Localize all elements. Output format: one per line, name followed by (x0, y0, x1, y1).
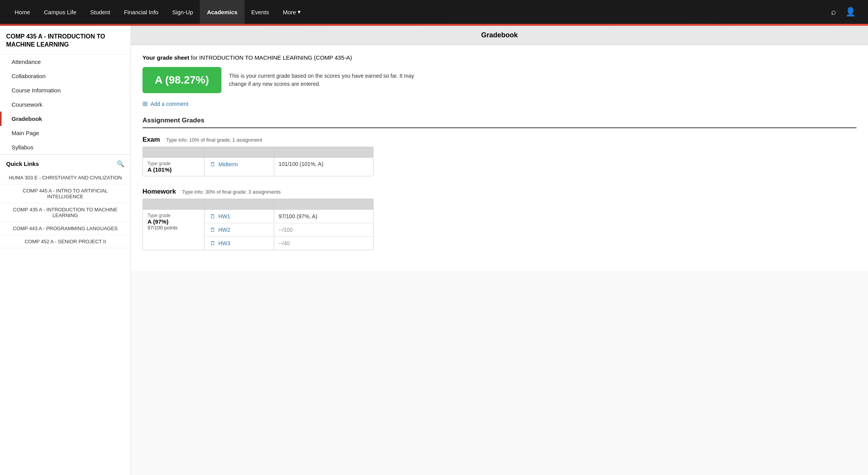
midterm-link[interactable]: 🗒 Midterm (209, 161, 269, 168)
hw-assignments-column: 🗒 HW1 97/100 (97%, A) (204, 210, 373, 250)
hw3-score-cell: --/40 (274, 237, 373, 250)
hw1-icon: 🗒 (209, 213, 216, 220)
quick-link-comp445[interactable]: COMP 445 A - INTRO TO ARTIFICIAL INTELLI… (0, 184, 131, 203)
assignment-grades-heading: Assignment Grades (142, 117, 856, 128)
grade-display-row: A (98.27%) This is your current grade ba… (142, 67, 856, 93)
hw3-label: HW3 (218, 240, 230, 246)
midterm-icon: 🗒 (209, 161, 216, 168)
exam-type-grade-cell: Type grade A (101%) (143, 158, 204, 176)
grade-sheet-prefix: Your grade sheet (142, 54, 189, 61)
page-layout: COMP 435 A - INTRODUCTION TO MACHINE LEA… (0, 26, 868, 475)
homework-section: Homework Type info: 30% of final grade; … (142, 188, 856, 250)
hw3-score: --/40 (279, 240, 290, 246)
sidebar-item-main-page[interactable]: Main Page (0, 126, 131, 140)
sidebar-item-coursework[interactable]: Coursework (0, 97, 131, 112)
midterm-score: 101/100 (101%, A) (279, 161, 323, 167)
quick-link-comp443[interactable]: COMP 443 A - PROGRAMMING LANGUAGES (0, 222, 131, 235)
top-navigation: Home Campus Life Student Financial Info … (0, 0, 868, 24)
exam-section: Exam Type info: 10% of final grade; 1 as… (142, 136, 856, 176)
exam-section-info: Type info: 10% of final grade; 1 assignm… (166, 137, 262, 143)
hw-type-grade-label: Type grade (147, 213, 199, 218)
exam-score-col-header (274, 147, 373, 158)
exam-data-row: Type grade A (101%) 🗒 Midterm 101/100 (1… (143, 158, 373, 176)
quick-link-huma303[interactable]: HUMA 303 E - CHRISTIANITY AND CIVILIZATI… (0, 171, 131, 184)
hw-grade-col-header (143, 199, 204, 210)
exam-table-header (143, 147, 373, 158)
nav-student[interactable]: Student (83, 0, 117, 24)
hw-name-col-header (204, 199, 274, 210)
hw3-icon: 🗒 (209, 240, 216, 247)
grade-badge: A (98.27%) (142, 67, 221, 93)
grade-description: This is your current grade based on the … (229, 72, 422, 88)
hw2-link[interactable]: 🗒 HW2 (209, 226, 230, 233)
add-comment-icon: ⊞ (142, 100, 147, 107)
add-comment-label[interactable]: Add a comment (151, 101, 188, 107)
hw2-label: HW2 (218, 227, 230, 233)
sidebar-item-collaboration[interactable]: Collaboration (0, 69, 131, 83)
sidebar-item-gradebook[interactable]: Gradebook (0, 112, 131, 126)
exam-type-grade-value: A (101%) (147, 166, 199, 173)
hw-type-grade-value: A (97%) (147, 218, 199, 225)
search-icon[interactable]: ⌕ (826, 0, 841, 24)
exam-section-header: Exam Type info: 10% of final grade; 1 as… (142, 136, 856, 144)
sidebar-item-attendance[interactable]: Attendance (0, 55, 131, 69)
nav-home[interactable]: Home (8, 0, 37, 24)
exam-type-grade-label: Type grade (147, 161, 199, 166)
exam-midterm-score-cell: 101/100 (101%, A) (274, 158, 373, 176)
hw3-row: 🗒 HW3 --/40 (204, 237, 373, 250)
nav-more-label: More (283, 9, 296, 15)
exam-name-col-header (204, 147, 274, 158)
hw-type-grade-cell: Type grade A (97%) 97/100 points (143, 210, 204, 250)
hw-type-grade-points: 97/100 points (147, 225, 199, 231)
hw1-score-cell: 97/100 (97%, A) (274, 210, 373, 223)
hw1-link[interactable]: 🗒 HW1 (209, 213, 230, 220)
sidebar: COMP 435 A - INTRODUCTION TO MACHINE LEA… (0, 26, 131, 475)
main-content: Gradebook Your grade sheet for INTRODUCT… (131, 26, 868, 475)
nav-financial-info[interactable]: Financial Info (117, 0, 165, 24)
gradebook-title: Gradebook (131, 26, 868, 45)
gradebook-body: Your grade sheet for INTRODUCTION TO MAC… (131, 45, 868, 271)
grade-sheet-course: for INTRODUCTION TO MACHINE LEARNING (CO… (191, 54, 352, 61)
homework-table-header (143, 199, 373, 210)
add-comment-row[interactable]: ⊞ Add a comment (142, 100, 856, 107)
hw1-row: 🗒 HW1 97/100 (97%, A) (204, 210, 373, 223)
homework-section-name: Homework (142, 188, 176, 196)
exam-table: Type grade A (101%) 🗒 Midterm 101/100 (1… (142, 147, 374, 176)
hw1-name-cell: 🗒 HW1 (204, 210, 274, 223)
homework-data-combined: Type grade A (97%) 97/100 points 🗒 HW1 (143, 210, 373, 250)
midterm-label: Midterm (218, 161, 238, 167)
hw2-row: 🗒 HW2 --/100 (204, 223, 373, 237)
hw3-name-cell: 🗒 HW3 (204, 237, 274, 250)
quick-links-search-icon[interactable]: 🔍 (117, 160, 124, 167)
hw2-name-cell: 🗒 HW2 (204, 223, 274, 236)
nav-academics[interactable]: Academics (200, 0, 244, 24)
quick-links-label: Quick Links (6, 161, 39, 167)
exam-section-name: Exam (142, 136, 160, 144)
exam-grade-col-header (143, 147, 204, 158)
chevron-down-icon: ▾ (298, 8, 301, 15)
nav-events[interactable]: Events (245, 0, 276, 24)
hw1-label: HW1 (218, 213, 230, 219)
sidebar-item-syllabus[interactable]: Syllabus (0, 140, 131, 154)
hw2-score: --/100 (279, 227, 293, 233)
quick-links-header: Quick Links 🔍 (0, 154, 131, 171)
sidebar-course-title: COMP 435 A - INTRODUCTION TO MACHINE LEA… (0, 26, 131, 55)
nav-campus-life[interactable]: Campus Life (37, 0, 83, 24)
grade-sheet-title: Your grade sheet for INTRODUCTION TO MAC… (142, 54, 856, 61)
user-icon[interactable]: 👤 (841, 0, 860, 24)
hw-score-col-header (274, 199, 373, 210)
homework-section-header: Homework Type info: 30% of final grade; … (142, 188, 856, 196)
quick-link-comp452[interactable]: COMP 452 A - SENIOR PROJECT II (0, 235, 131, 248)
homework-section-info: Type info: 30% of final grade; 3 assignm… (182, 189, 281, 195)
hw3-link[interactable]: 🗒 HW3 (209, 240, 230, 247)
quick-link-comp435[interactable]: COMP 435 A - INTRODUCTION TO MACHINE LEA… (0, 203, 131, 222)
hw1-score: 97/100 (97%, A) (279, 213, 317, 219)
nav-more-button[interactable]: More ▾ (276, 8, 307, 15)
exam-midterm-name-cell: 🗒 Midterm (204, 158, 274, 176)
sidebar-item-course-information[interactable]: Course Information (0, 83, 131, 97)
homework-table: Type grade A (97%) 97/100 points 🗒 HW1 (142, 199, 374, 250)
hw2-icon: 🗒 (209, 226, 216, 233)
nav-signup[interactable]: Sign-Up (165, 0, 200, 24)
hw2-score-cell: --/100 (274, 223, 373, 236)
